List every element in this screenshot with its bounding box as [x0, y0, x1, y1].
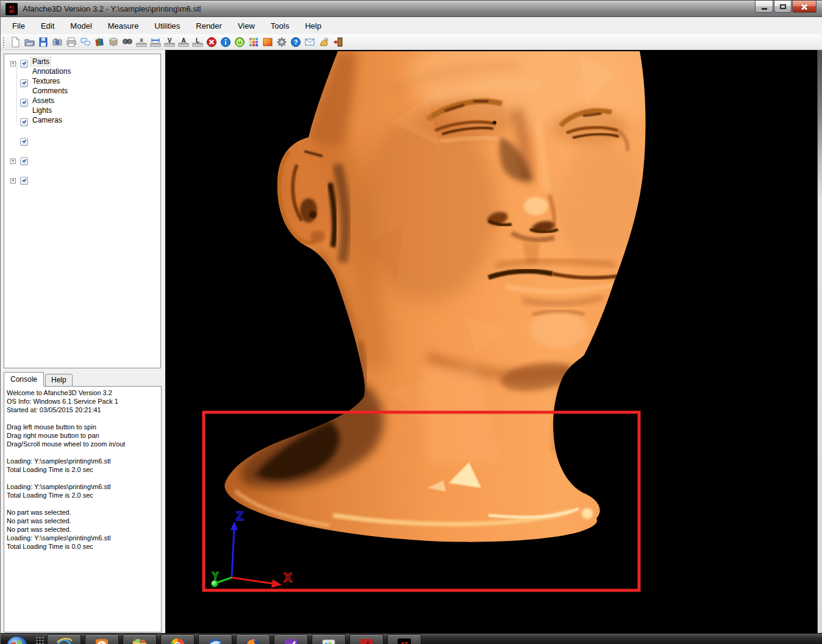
- taskbar-item-purple-chart-app[interactable]: [274, 634, 308, 644]
- z-axis-label: Z: [236, 509, 243, 523]
- menu-help[interactable]: Help: [297, 19, 329, 33]
- app-icon-text: A1: [9, 5, 15, 9]
- taskbar-item-firefox[interactable]: [236, 634, 270, 644]
- settings-gear-icon[interactable]: [274, 35, 288, 49]
- menu-file[interactable]: File: [4, 19, 33, 33]
- afanche3d-icon: AT: [395, 636, 413, 644]
- screenshot-icon[interactable]: [50, 35, 64, 49]
- taskbar-item-image-viewer[interactable]: [312, 634, 346, 644]
- console-panel: Welcome to Afanche3D Version 3.2 OS Info…: [4, 386, 162, 632]
- toolbar: X V A L ?: [1, 34, 822, 50]
- maximize-icon: [780, 4, 786, 9]
- menu-bar: File Edit Model Measure Utilities Render…: [1, 18, 822, 34]
- svg-text:A: A: [181, 37, 185, 43]
- checkbox-cameras[interactable]: [20, 177, 28, 185]
- svg-text:?: ?: [293, 38, 298, 46]
- 3d-viewport[interactable]: Z X Y: [165, 50, 822, 633]
- image-viewer-icon: [320, 636, 338, 644]
- svg-text:V: V: [167, 37, 171, 43]
- checkbox-comments[interactable]: [20, 118, 28, 126]
- close-button[interactable]: [792, 1, 817, 13]
- checkbox-textures[interactable]: [20, 99, 28, 107]
- svg-text:L: L: [195, 37, 199, 43]
- title-bar[interactable]: A1 3D Afanche3D Version 3.2 - Y:\samples…: [1, 0, 822, 17]
- app-icon: A1 3D: [5, 3, 18, 15]
- window-title: Afanche3D Version 3.2 - Y:\samples\print…: [23, 4, 201, 13]
- app-icon-text2: 3D: [9, 9, 15, 13]
- scene-tree-panel: + Parts Annotations Textures Comments As…: [4, 54, 161, 368]
- feedback-icon[interactable]: [316, 35, 331, 49]
- measure-angle-icon[interactable]: A: [176, 35, 190, 49]
- taskbar-item-windows-explorer[interactable]: [123, 634, 157, 644]
- close-icon: [800, 2, 809, 11]
- taskbar-item-flash[interactable]: [349, 634, 384, 644]
- open-file-icon[interactable]: [22, 35, 36, 49]
- measure-length-icon[interactable]: L: [190, 35, 204, 49]
- axis-gizmo: Z X Y: [212, 509, 293, 588]
- menu-render[interactable]: Render: [188, 19, 230, 33]
- taskbar-item-internet-explorer[interactable]: [47, 634, 81, 644]
- info-icon[interactable]: [218, 35, 232, 49]
- measure-point-icon[interactable]: X: [134, 35, 148, 49]
- taskbar-item-chrome[interactable]: [160, 634, 195, 644]
- 3d-object-icon[interactable]: [106, 35, 120, 49]
- power-icon[interactable]: [232, 35, 246, 49]
- taskbar-item-thunderbird[interactable]: [198, 634, 232, 644]
- checkbox-lights[interactable]: [20, 157, 28, 165]
- color-palette-icon[interactable]: [246, 35, 260, 49]
- y-axis-ball: [212, 581, 218, 587]
- email-icon[interactable]: [302, 35, 316, 49]
- firefox-icon: [244, 636, 262, 644]
- taskbar-item-afanche3d[interactable]: AT: [387, 634, 421, 644]
- purple-chart-icon: [282, 636, 300, 644]
- maximize-button[interactable]: [774, 1, 792, 13]
- media-player-icon: [93, 636, 111, 644]
- measure-vertical-icon[interactable]: V: [162, 35, 176, 49]
- material-swatch-icon[interactable]: [260, 35, 274, 49]
- menu-measure[interactable]: Measure: [100, 19, 147, 33]
- window-controls: [754, 1, 817, 13]
- console-log[interactable]: Welcome to Afanche3D Version 3.2 OS Info…: [4, 387, 161, 632]
- x-axis-label: X: [284, 571, 292, 584]
- panel-tabs: Console Help: [4, 372, 74, 387]
- taskbar: AT: [1, 633, 822, 644]
- print-icon[interactable]: [64, 35, 78, 49]
- exit-icon[interactable]: [331, 35, 345, 49]
- new-file-icon[interactable]: [8, 35, 22, 49]
- save-icon[interactable]: [36, 35, 50, 49]
- menu-view[interactable]: View: [230, 19, 263, 33]
- svg-text:X: X: [139, 37, 143, 43]
- minimize-button[interactable]: [755, 1, 773, 13]
- z-axis-arrow: [231, 521, 238, 530]
- sidebar: + Parts Annotations Textures Comments As…: [1, 50, 165, 633]
- menu-edit[interactable]: Edit: [33, 19, 62, 33]
- toolbar-grip[interactable]: [2, 37, 5, 48]
- expand-plus-icon[interactable]: +: [10, 178, 16, 184]
- window-right-frame: [817, 50, 822, 633]
- tab-help[interactable]: Help: [45, 374, 73, 387]
- stop-icon[interactable]: [204, 35, 218, 49]
- menu-utilities[interactable]: Utilities: [146, 19, 188, 33]
- measure-distance-icon[interactable]: [148, 35, 162, 49]
- expand-plus-icon[interactable]: +: [10, 159, 16, 164]
- svg-text:AT: AT: [401, 642, 409, 644]
- flash-icon: [357, 636, 376, 644]
- taskbar-item-media-player[interactable]: [85, 634, 119, 644]
- tab-console[interactable]: Console: [4, 372, 44, 387]
- model-canvas[interactable]: Z X Y: [165, 50, 822, 633]
- expand-plus-icon[interactable]: +: [10, 61, 16, 66]
- help-icon[interactable]: ?: [288, 35, 302, 49]
- menu-model[interactable]: Model: [62, 19, 99, 33]
- menu-tools[interactable]: Tools: [263, 19, 297, 33]
- checkbox-annotations[interactable]: [20, 79, 28, 87]
- minimize-icon: [762, 8, 767, 10]
- checkbox-parts[interactable]: [20, 60, 28, 68]
- chrome-icon: [168, 636, 187, 644]
- find-icon[interactable]: [120, 35, 134, 49]
- library-icon[interactable]: [92, 35, 106, 49]
- start-button[interactable]: [5, 635, 29, 644]
- app-grid-dots-icon[interactable]: [35, 636, 44, 644]
- thunderbird-icon: [206, 636, 224, 644]
- checkbox-assets[interactable]: [20, 138, 28, 146]
- comments-icon[interactable]: [78, 35, 92, 49]
